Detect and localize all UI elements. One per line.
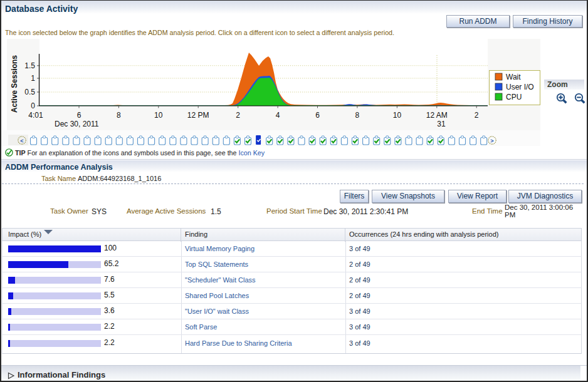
svg-text:31: 31 xyxy=(437,120,446,128)
svg-text:1.5: 1.5 xyxy=(24,61,35,70)
svg-text:Dec 30, 2011: Dec 30, 2011 xyxy=(55,120,99,128)
svg-text:10: 10 xyxy=(154,111,163,120)
svg-text:0.5: 0.5 xyxy=(24,88,35,96)
svg-text:12 AM: 12 AM xyxy=(426,111,448,120)
svg-text:0: 0 xyxy=(31,101,35,110)
svg-text:4:01: 4:01 xyxy=(28,111,43,120)
svg-text:CPU: CPU xyxy=(506,93,522,101)
svg-text:4: 4 xyxy=(276,111,280,120)
svg-text:Wait: Wait xyxy=(506,73,521,81)
svg-text:>: > xyxy=(490,138,493,144)
svg-text:2: 2 xyxy=(236,111,240,120)
svg-text:6: 6 xyxy=(315,111,320,120)
svg-text:8: 8 xyxy=(117,111,121,120)
svg-text:2: 2 xyxy=(475,111,479,120)
svg-text:User I/O: User I/O xyxy=(506,83,534,91)
svg-text:10: 10 xyxy=(393,111,402,120)
svg-text:<: < xyxy=(20,138,23,144)
svg-text:12 PM: 12 PM xyxy=(187,111,209,120)
svg-text:Active Sessions: Active Sessions xyxy=(10,55,19,113)
svg-text:1: 1 xyxy=(31,74,35,83)
svg-text:6: 6 xyxy=(77,111,81,120)
svg-text:8: 8 xyxy=(355,111,360,120)
